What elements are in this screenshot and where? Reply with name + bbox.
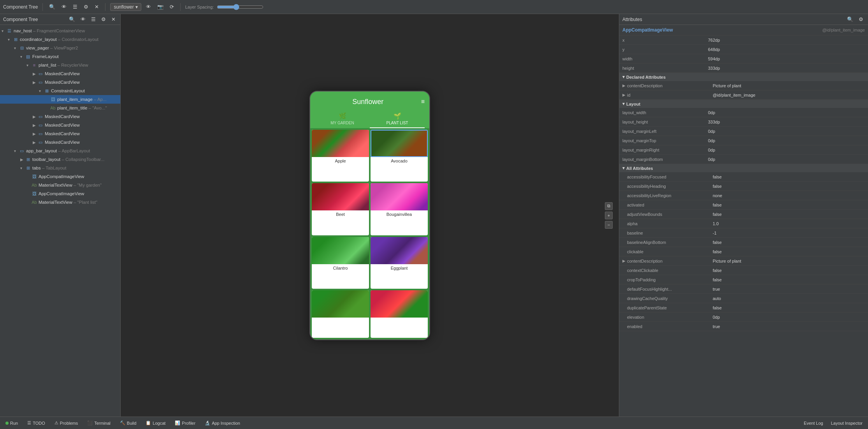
filter-icon[interactable]: ≡: [421, 98, 425, 105]
device-selector[interactable]: sunflower ▾: [110, 3, 141, 11]
tree-item-constraintlayout[interactable]: ▾⊠ConstraintLayout: [0, 87, 120, 95]
tree-item-maskedcard2[interactable]: ▶▭MaskedCardView: [0, 78, 120, 87]
tree-label: view_pager: [26, 46, 49, 50]
tab-my-garden[interactable]: 🌿 MY GARDEN: [315, 109, 370, 128]
app-inspection-btn[interactable]: 🔬 App Inspection: [202, 420, 242, 426]
refresh-btn[interactable]: ⟳: [168, 3, 176, 11]
all-attr-row-baseline: baseline-1: [619, 228, 868, 238]
run-btn[interactable]: Run: [3, 420, 20, 426]
profiler-btn[interactable]: 📊 Profiler: [172, 420, 198, 426]
layer-spacing-slider[interactable]: [217, 4, 264, 10]
plant-card-2[interactable]: Beet: [312, 183, 369, 235]
event-log-btn[interactable]: Event Log: [801, 420, 826, 426]
tree-item-tabs[interactable]: ▾⊞tabs – TabLayout: [0, 164, 120, 172]
tree-label: AppCompatImageView: [39, 174, 84, 179]
terminal-btn[interactable]: ⬛ Terminal: [85, 420, 113, 426]
plant-card-1[interactable]: AppCompatImageViewAvocado: [371, 130, 428, 182]
tree-item-maskedcard4[interactable]: ▶▭MaskedCardView: [0, 121, 120, 129]
expand-icon[interactable]: ▶: [622, 259, 626, 263]
tree-label: MaterialTextView: [39, 183, 72, 187]
expand-icon[interactable]: ▶: [622, 83, 626, 88]
tree-settings-btn[interactable]: ⚙: [100, 16, 107, 23]
tree-item-maskedcard6[interactable]: ▶▭MaskedCardView: [0, 138, 120, 147]
all-attr-row-accessibilityHeading: accessibilityHeadingfalse: [619, 182, 868, 191]
plant-card-3[interactable]: Bougainvillea: [371, 183, 428, 235]
tab-plant-list[interactable]: 🌱 PLANT LIST: [370, 109, 425, 128]
tree-search-btn[interactable]: 🔍: [67, 16, 77, 23]
todo-btn[interactable]: ☰ TODO: [25, 420, 47, 426]
tab-plant-list-label: PLANT LIST: [387, 121, 408, 125]
close-btn[interactable]: ✕: [93, 3, 100, 11]
app-title-row: Sunflower ≡: [315, 95, 425, 109]
tree-item-toolbar_layout[interactable]: ▶⊞toolbar_layout – CollapsingToolbar...: [0, 155, 120, 164]
camera-btn[interactable]: 📷: [156, 3, 165, 11]
tree-item-app_bar_layout[interactable]: ▾▭app_bar_layout – AppBarLayout: [0, 147, 120, 155]
tree-item-compat_image2[interactable]: 🖼AppCompatImageView: [0, 189, 120, 198]
all-attr-row-elevation: elevation0dp: [619, 312, 868, 322]
search-btn[interactable]: 🔍: [47, 3, 57, 11]
tree-item-coordinator_layout[interactable]: ▾⊞coordinator_layout – CoordinatorLayout: [0, 35, 120, 44]
tree-sublabel: – TabLayout: [41, 166, 67, 170]
expand-icon[interactable]: ▶: [622, 93, 626, 97]
zoom-out-btn[interactable]: −: [605, 221, 613, 229]
plant-card-0[interactable]: Apple: [312, 130, 369, 182]
attr-settings-btn[interactable]: ⚙: [857, 16, 865, 23]
tree-eye-btn[interactable]: 👁: [79, 16, 87, 23]
attr-value: true: [713, 287, 865, 291]
tree-item-plant_item_image[interactable]: 🖼plant_item_image – Ap...: [0, 95, 120, 104]
plant-card-7[interactable]: [371, 290, 428, 338]
attr-search-btn[interactable]: 🔍: [845, 16, 855, 23]
layout-inspector-btn[interactable]: Layout Inspector: [829, 420, 865, 426]
app-screen: Sunflower ≡ 🌿 MY GARDEN 🌱 PLANT LIST: [310, 92, 429, 339]
tree-item-view_pager[interactable]: ▾⊟view_pager – ViewPager2: [0, 44, 120, 52]
app-title: Sunflower: [315, 98, 421, 106]
tree-item-maskedcard3[interactable]: ▶▭MaskedCardView: [0, 112, 120, 121]
tree-close-btn[interactable]: ✕: [110, 16, 117, 23]
tree-label: plant_item_image: [57, 97, 93, 102]
side-controls: ⧉ + −: [605, 202, 613, 229]
logcat-btn[interactable]: 📋 Logcat: [143, 420, 168, 426]
attributes-title: Attributes: [622, 17, 642, 22]
list-btn[interactable]: ☰: [71, 3, 79, 11]
attr-name: alpha: [627, 221, 713, 226]
zoom-in-btn[interactable]: +: [605, 212, 613, 219]
copy-btn[interactable]: ⧉: [605, 202, 613, 210]
tree-item-maskedcard5[interactable]: ▶▭MaskedCardView: [0, 129, 120, 138]
plant-card-4[interactable]: Cilantro: [312, 237, 369, 289]
viewpager-icon: ⊟: [19, 45, 25, 51]
tree-item-framelayout[interactable]: ▾▤FrameLayout: [0, 52, 120, 61]
plant-card-5[interactable]: Eggplant: [371, 237, 428, 289]
tree-item-compat_image1[interactable]: 🖼AppCompatImageView: [0, 172, 120, 181]
layout-section-header[interactable]: ▾Layout: [619, 100, 868, 108]
tree-item-material_text2[interactable]: AbMaterialTextView – "Plant list": [0, 198, 120, 207]
tree-item-maskedcard1[interactable]: ▶▭MaskedCardView: [0, 69, 120, 78]
attr-row-x: x762dp: [619, 35, 868, 45]
tree-item-material_text1[interactable]: AbMaterialTextView – "My garden": [0, 181, 120, 189]
tree-menu-btn[interactable]: ☰: [90, 16, 97, 23]
text-icon: Ab: [31, 182, 37, 188]
attr-name: accessibilityHeading: [627, 184, 713, 189]
problems-btn[interactable]: ⚠ Problems: [52, 420, 80, 426]
tree-item-plant_list[interactable]: ▾≡plant_list – RecyclerView: [0, 61, 120, 69]
all-attributes-header[interactable]: ▾All Attributes: [619, 164, 868, 172]
logcat-icon: 📋: [146, 420, 151, 425]
attributes-header: Attributes 🔍 ⚙: [619, 14, 868, 25]
tab-my-garden-label: MY GARDEN: [330, 121, 354, 125]
tree-item-plant_item_title[interactable]: Abplant_item_title – "Avo...": [0, 104, 120, 112]
attr-name: contextClickable: [627, 268, 713, 273]
settings-btn[interactable]: ⚙: [82, 3, 90, 11]
plant-image-4: [312, 237, 369, 264]
recyclerview-icon: ≡: [31, 62, 37, 68]
build-btn[interactable]: 🔨 Build: [118, 420, 139, 426]
layout-row-layout_width: layout_width0dp: [619, 108, 868, 117]
tree-label: MaskedCardView: [45, 71, 80, 76]
declared-attributes-header[interactable]: ▾Declared Attributes: [619, 73, 868, 81]
attr-value: none: [713, 193, 865, 198]
tree-arrow: ▾: [2, 29, 6, 33]
divider2: [105, 3, 105, 11]
plant-card-6[interactable]: [312, 290, 369, 338]
preview-btn[interactable]: 👁: [144, 3, 153, 11]
tree-item-nav_host[interactable]: ▾☰nav_host – FragmentContainerView: [0, 26, 120, 35]
eye-btn[interactable]: 👁: [60, 3, 68, 11]
plant-name-0: Apple: [312, 157, 369, 165]
